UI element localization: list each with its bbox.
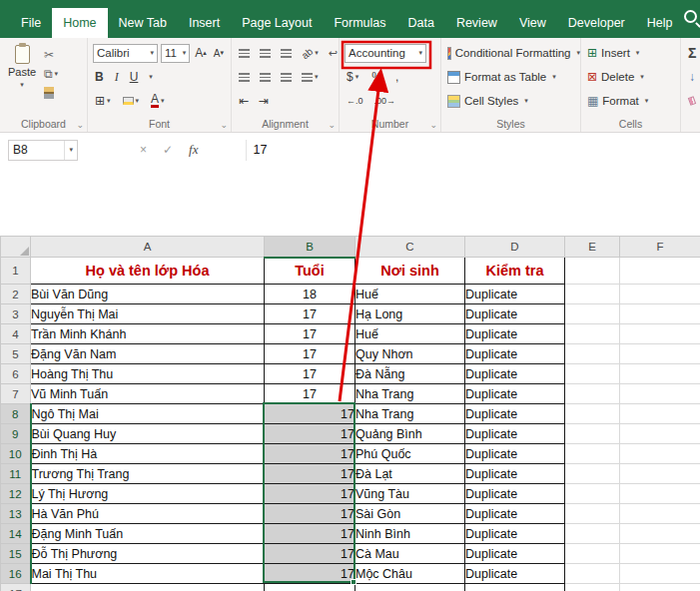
copy-dropdown-icon[interactable]: ▾ xyxy=(55,70,59,78)
row-header-13[interactable]: 13 xyxy=(1,504,31,524)
row-header-2[interactable]: 2 xyxy=(1,285,31,304)
delete-button[interactable]: ⊠ Delete▾ xyxy=(581,65,680,89)
tab-home[interactable]: Home xyxy=(52,8,107,38)
cell-A1[interactable]: Họ và tên lớp Hóa xyxy=(31,258,265,285)
tab-formulas[interactable]: Formulas xyxy=(323,8,396,38)
cell-E11[interactable] xyxy=(565,464,620,484)
cell-D1[interactable]: Kiểm tra xyxy=(465,258,565,285)
search-button[interactable] xyxy=(684,10,700,32)
cell-A8[interactable]: Ngô Thị Mai xyxy=(31,404,265,424)
row-header-11[interactable]: 11 xyxy=(1,464,31,484)
cell-D10[interactable]: Duplicate xyxy=(465,444,565,464)
cell-A16[interactable]: Mai Thị Thu xyxy=(31,564,265,584)
cell-B11[interactable]: 17 xyxy=(265,464,355,484)
format-button[interactable]: ▦ Format▾ xyxy=(581,89,680,113)
cell-C9[interactable]: Quảng Bình xyxy=(355,424,465,444)
cell-F8[interactable] xyxy=(620,404,700,424)
conditional-formatting-button[interactable]: Conditional Formatting▾ xyxy=(441,41,580,65)
decrease-font-size-button[interactable]: A▾ xyxy=(212,48,226,59)
cell-E13[interactable] xyxy=(565,504,620,524)
cell-F15[interactable] xyxy=(620,544,700,564)
cell-A10[interactable]: Đinh Thị Hà xyxy=(31,444,265,464)
cell-E1[interactable] xyxy=(565,258,620,285)
insert-function-button[interactable]: fx xyxy=(189,142,198,158)
cell-B10[interactable]: 17 xyxy=(265,444,355,464)
cell-D11[interactable]: Duplicate xyxy=(465,464,565,484)
cell-A13[interactable]: Hà Văn Phú xyxy=(31,504,265,524)
cell-C11[interactable]: Đà Lạt xyxy=(355,464,465,484)
cell-B3[interactable]: 17 xyxy=(265,304,355,324)
cell-E10[interactable] xyxy=(565,444,620,464)
cell-D3[interactable]: Duplicate xyxy=(465,304,565,324)
column-header-B[interactable]: B xyxy=(265,237,355,258)
cell-F12[interactable] xyxy=(620,484,700,504)
row-header-10[interactable]: 10 xyxy=(1,444,31,464)
cell-styles-button[interactable]: Cell Styles▾ xyxy=(441,89,580,113)
cell-B15[interactable]: 17 xyxy=(265,544,355,564)
font-name-combo[interactable]: Calibri▾ xyxy=(93,44,158,63)
cell-C14[interactable]: Ninh Bình xyxy=(355,524,465,544)
row-header-6[interactable]: 6 xyxy=(1,364,31,384)
cell-C16[interactable]: Mộc Châu xyxy=(355,564,465,584)
cell-B8[interactable]: 17 xyxy=(265,404,355,424)
cell-A15[interactable]: Đỗ Thị Phương xyxy=(31,544,265,564)
paste-dropdown-icon[interactable]: ▾ xyxy=(8,79,36,90)
cell-B5[interactable]: 17 xyxy=(265,344,355,364)
name-box[interactable]: B8 ▾ xyxy=(8,140,78,161)
tab-new-tab[interactable]: New Tab xyxy=(108,8,178,38)
cell-E9[interactable] xyxy=(565,424,620,444)
column-header-C[interactable]: C xyxy=(355,237,465,258)
name-box-dropdown-icon[interactable]: ▾ xyxy=(64,141,73,160)
font-dialog-launcher-icon[interactable]: ⌄ xyxy=(220,120,228,130)
clipboard-dialog-launcher-icon[interactable]: ⌄ xyxy=(76,120,84,130)
copy-button[interactable]: ⧉▾ xyxy=(44,67,58,81)
autosum-button[interactable]: Σ xyxy=(688,45,696,61)
cell-B4[interactable]: 17 xyxy=(265,324,355,344)
row-header-14[interactable]: 14 xyxy=(1,524,31,544)
cell-D16[interactable]: Duplicate xyxy=(465,564,565,584)
align-right-button[interactable] xyxy=(279,73,294,82)
cell-C8[interactable]: Nha Trang xyxy=(355,404,465,424)
cancel-button[interactable]: × xyxy=(140,143,147,157)
cell-D15[interactable]: Duplicate xyxy=(465,544,565,564)
cell-E15[interactable] xyxy=(565,544,620,564)
row-header-12[interactable]: 12 xyxy=(1,484,31,504)
cell-C1[interactable]: Nơi sinh xyxy=(355,258,465,285)
row-header-17[interactable]: 17 xyxy=(1,584,31,591)
tab-review[interactable]: Review xyxy=(445,8,508,38)
cell-D9[interactable]: Duplicate xyxy=(465,424,565,444)
cell-F1[interactable] xyxy=(620,258,700,285)
cell-F2[interactable] xyxy=(620,285,700,304)
row-header-15[interactable]: 15 xyxy=(1,544,31,564)
cell-D8[interactable]: Duplicate xyxy=(465,404,565,424)
selection-fill-handle[interactable] xyxy=(350,579,356,585)
increase-indent-button[interactable]: ⇥ xyxy=(257,94,271,108)
tab-data[interactable]: Data xyxy=(396,8,444,38)
cell-D6[interactable]: Duplicate xyxy=(465,364,565,384)
merge-center-button[interactable]: ▾ xyxy=(300,73,321,82)
cut-button[interactable]: ✂ xyxy=(44,48,58,62)
cell-A2[interactable]: Bùi Văn Dũng xyxy=(31,285,265,304)
cell-C6[interactable]: Đà Nẵng xyxy=(355,364,465,384)
tab-help[interactable]: Help xyxy=(636,8,684,38)
row-header-4[interactable]: 4 xyxy=(1,324,31,344)
number-dialog-launcher-icon[interactable]: ⌄ xyxy=(429,120,437,130)
align-middle-button[interactable] xyxy=(258,49,273,58)
cell-D17[interactable] xyxy=(465,584,565,591)
formula-input[interactable]: 17 xyxy=(246,140,700,161)
cell-A17[interactable] xyxy=(31,584,265,591)
row-header-16[interactable]: 16 xyxy=(1,564,31,584)
font-size-combo[interactable]: 11▾ xyxy=(161,44,190,63)
cell-F7[interactable] xyxy=(620,384,700,404)
cell-F10[interactable] xyxy=(620,444,700,464)
cell-C17[interactable] xyxy=(355,584,465,591)
cell-E8[interactable] xyxy=(565,404,620,424)
column-header-D[interactable]: D xyxy=(465,237,565,258)
alignment-dialog-launcher-icon[interactable]: ⌄ xyxy=(328,120,336,130)
cell-D14[interactable]: Duplicate xyxy=(465,524,565,544)
cell-B2[interactable]: 18 xyxy=(265,285,355,304)
column-header-E[interactable]: E xyxy=(565,237,620,258)
cell-F11[interactable] xyxy=(620,464,700,484)
cell-A7[interactable]: Vũ Minh Tuấn xyxy=(31,384,265,404)
cell-E12[interactable] xyxy=(565,484,620,504)
